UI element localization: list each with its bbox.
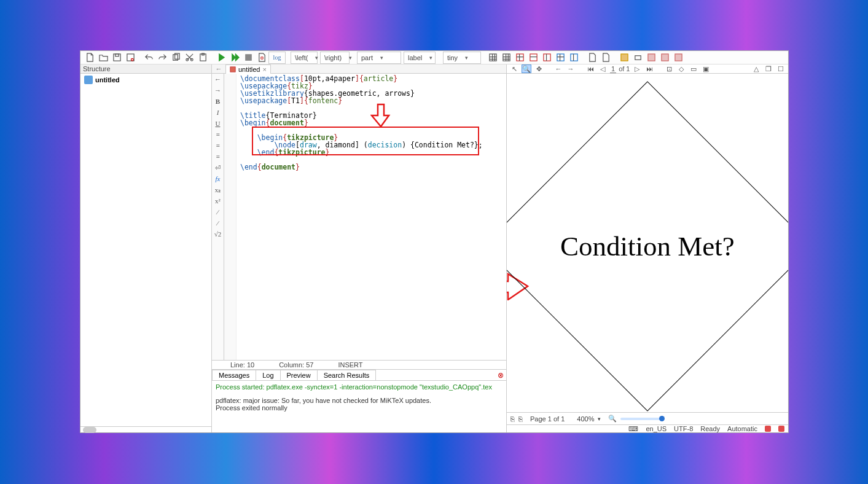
table-tool-7[interactable] xyxy=(567,52,581,64)
align-right-button[interactable]: ≡ xyxy=(214,152,222,161)
new-file-button[interactable] xyxy=(83,52,96,64)
pv-back[interactable]: ← xyxy=(553,64,563,73)
paste-button[interactable] xyxy=(196,52,209,64)
nav-back[interactable]: ← xyxy=(214,75,222,84)
preview-footer-2: ⌨ en_US UTF-8 Ready Automatic xyxy=(507,424,788,432)
tab-log[interactable]: Log xyxy=(256,370,280,380)
math-button[interactable]: fx xyxy=(214,174,222,183)
frac-button-2[interactable]: ⁄ xyxy=(214,219,222,227)
table-tool-5[interactable] xyxy=(540,52,553,64)
left-delim-dropdown[interactable]: \left(▾ xyxy=(291,52,318,64)
diamond-text: Condition Met? xyxy=(560,230,735,261)
underline-button[interactable]: U xyxy=(214,119,222,128)
table-tool-2[interactable] xyxy=(499,52,513,64)
structure-bottom xyxy=(80,426,211,432)
superscript-button[interactable]: x² xyxy=(214,197,222,205)
bold-button[interactable]: B xyxy=(214,97,222,106)
pv-next-page[interactable]: ▷ xyxy=(632,64,642,73)
tab-search-results[interactable]: Search Results xyxy=(317,370,377,380)
svg-rect-10 xyxy=(245,55,251,60)
fontsize-dropdown[interactable]: tiny▾ xyxy=(443,52,481,64)
label-dropdown[interactable]: label▾ xyxy=(404,52,436,64)
pv-zoom-width[interactable]: ▭ xyxy=(689,64,698,73)
pv-lang[interactable]: en_US xyxy=(646,425,667,432)
svg-rect-2 xyxy=(127,54,133,61)
pv-tool-b[interactable]: ⎘ xyxy=(518,415,523,423)
save-all-button[interactable] xyxy=(123,52,137,64)
format-tool-4[interactable] xyxy=(658,52,671,64)
preview-panel: ↖ 🔍 ✥ ← → ⏮ ◁ 1 of 1 ▷ ⏭ ⊡ ◇ ▭ ▣ △ xyxy=(507,64,788,432)
right-delim-dropdown[interactable]: \right)▾ xyxy=(320,52,350,64)
table-tool-4[interactable] xyxy=(526,52,540,64)
pv-zoom-slider[interactable] xyxy=(620,418,663,420)
pv-presentation[interactable]: ▣ xyxy=(701,64,711,73)
pv-warn-1[interactable] xyxy=(765,426,771,432)
svg-point-11 xyxy=(260,57,263,60)
format-tool-3[interactable] xyxy=(644,52,658,64)
save-button[interactable] xyxy=(110,52,123,64)
tab-preview[interactable]: Preview xyxy=(280,370,318,380)
open-file-button[interactable] xyxy=(96,52,110,64)
format-tool-1[interactable] xyxy=(617,52,631,64)
pv-zoom-actual[interactable]: ◇ xyxy=(676,64,686,73)
pv-cursor-icon[interactable]: ↖ xyxy=(509,64,519,73)
structure-root-item[interactable]: untitled xyxy=(83,75,209,85)
status-line: Line: 10 xyxy=(230,361,254,369)
subscript-button[interactable]: x₂ xyxy=(214,185,222,194)
tab-close[interactable]: × xyxy=(262,66,266,73)
pv-page-num[interactable]: 1 xyxy=(610,65,616,73)
editor-tab[interactable]: untitled × xyxy=(225,64,271,74)
table-tool-3[interactable] xyxy=(513,52,526,64)
table-tool-6[interactable] xyxy=(553,52,567,64)
doc-tool-1[interactable] xyxy=(585,52,599,64)
pv-zoom-fit[interactable]: ⊡ xyxy=(664,64,674,73)
save-icon xyxy=(230,66,236,72)
preview-canvas[interactable]: Condition Met? xyxy=(507,74,788,412)
frac-button-1[interactable]: ⁄ xyxy=(214,208,222,216)
pv-window[interactable]: ❐ xyxy=(764,64,773,73)
svg-rect-14 xyxy=(516,54,523,61)
copy-button[interactable] xyxy=(169,52,182,64)
part-dropdown[interactable]: part▾ xyxy=(357,52,401,64)
cut-button[interactable] xyxy=(182,52,196,64)
compile-view-button[interactable] xyxy=(228,52,241,64)
align-center-button[interactable]: ≡ xyxy=(214,141,222,150)
pv-warn-2[interactable] xyxy=(778,426,784,432)
code-editor[interactable]: \documentclass[10pt,a4paper]{article} \u… xyxy=(237,74,506,360)
pv-last-page[interactable]: ⏭ xyxy=(644,64,654,73)
editor-statusline: Line: 10 Column: 57 INSERT xyxy=(212,360,506,369)
table-tool-1[interactable] xyxy=(486,52,499,64)
align-left-button[interactable]: ≡ xyxy=(214,130,222,139)
svg-point-3 xyxy=(131,58,133,61)
pv-hand-icon[interactable]: ✥ xyxy=(534,64,544,73)
compile-button[interactable] xyxy=(214,52,228,64)
pv-auto[interactable]: Automatic xyxy=(727,425,757,432)
pv-enc[interactable]: UTF-8 xyxy=(674,425,693,432)
pv-close[interactable]: ☐ xyxy=(776,64,786,73)
pv-fwd[interactable]: → xyxy=(566,64,576,73)
view-pdf-button[interactable] xyxy=(255,52,268,64)
doc-tool-2[interactable] xyxy=(599,52,612,64)
svg-rect-20 xyxy=(635,56,640,60)
messages-close[interactable]: ⊗ xyxy=(498,371,504,380)
new-line-button[interactable]: ⏎ xyxy=(214,163,222,172)
redo-button[interactable] xyxy=(155,52,169,64)
tab-nav-left[interactable]: ← xyxy=(212,65,225,72)
view-log-button[interactable]: log xyxy=(268,52,286,64)
stop-button[interactable] xyxy=(241,52,255,64)
format-tool-5[interactable] xyxy=(671,52,685,64)
pv-collapse[interactable]: △ xyxy=(751,64,761,73)
nav-fwd[interactable]: → xyxy=(214,86,222,95)
pv-tool-a[interactable]: ⎘ xyxy=(510,415,515,423)
undo-button[interactable] xyxy=(142,52,155,64)
sqrt-button[interactable]: √2 xyxy=(214,230,222,238)
pv-first-page[interactable]: ⏮ xyxy=(585,64,595,73)
pv-magnify-icon[interactable]: 🔍 xyxy=(522,64,531,73)
tab-messages[interactable]: Messages xyxy=(212,370,256,380)
italic-button[interactable]: I xyxy=(214,108,222,117)
main-toolbar: log \left(▾ \right)▾ part▾ label▾ tiny▾ xyxy=(80,51,788,64)
pv-spellcheck-icon[interactable]: ⌨ xyxy=(628,425,638,433)
format-tool-2[interactable] xyxy=(631,52,644,64)
svg-rect-19 xyxy=(620,54,627,61)
pv-prev-page[interactable]: ◁ xyxy=(598,64,608,73)
